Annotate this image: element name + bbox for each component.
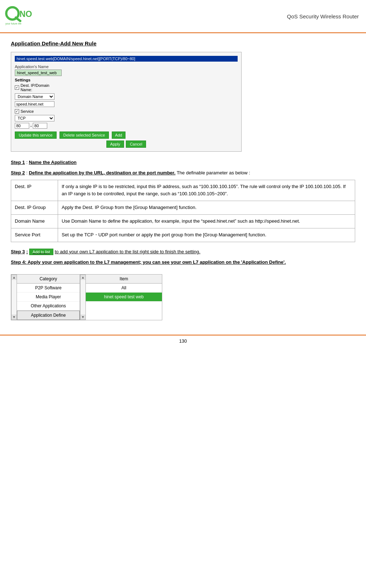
protocol-dropdown[interactable]: TCP <box>15 115 54 121</box>
item-cell[interactable]: hinet speed test web <box>86 293 162 302</box>
table-row: Service PortSet up the TCP・UDP port numb… <box>11 228 355 242</box>
item-scroll-up-arrow[interactable]: ▲ <box>81 275 85 280</box>
cat-item-container: ▲ ▼ Category P2P SoftwareMedia PlayerOth… <box>11 271 355 320</box>
item-cell[interactable]: All <box>86 284 162 293</box>
ui-mockup: hinet.speed.test.web[DOMAIN/speed.hinet.… <box>11 52 242 152</box>
step2-text: Step 2 : Define the application by the U… <box>11 169 355 177</box>
dest-label: Dest. IP/Domain Name: <box>21 83 62 92</box>
category-header: Category <box>17 275 80 284</box>
step4-label: Step 4: <box>11 259 26 265</box>
step1-label: Step 1 <box>11 160 25 165</box>
step2-colon: : <box>26 170 28 175</box>
scroll-down-arrow[interactable]: ▼ <box>12 315 17 320</box>
category-column: Category P2P SoftwareMedia PlayerOther A… <box>17 275 80 320</box>
table-row: Domain NameUse Domain Name to define the… <box>11 214 355 228</box>
table-cell-col1: Service Port <box>11 228 58 242</box>
update-service-button[interactable]: Update this service <box>15 132 57 139</box>
cat-item-panel: ▲ ▼ Category P2P SoftwareMedia PlayerOth… <box>11 274 162 320</box>
step2-suffix: The definable parameter as below : <box>177 170 250 175</box>
info-table: Dest. IPIf only a single IP is to be res… <box>11 180 355 242</box>
domain-dropdown[interactable]: Domain Name <box>15 93 54 100</box>
step3-description: to add your own L7 application to the li… <box>55 248 200 256</box>
main-content: Application Define-Add New Rule hinet.sp… <box>0 33 366 328</box>
item-column: Item Allhinet speed test web <box>86 275 162 320</box>
step1-description: Name the Application <box>29 160 76 165</box>
item-scrollbar-area: ▲ ▼ <box>80 275 86 320</box>
dest-checkbox-row: ✓ Dest. IP/Domain Name: <box>15 83 62 92</box>
table-row: Dest. IPIf only a single IP is to be res… <box>11 180 355 201</box>
apply-cancel-row: Apply Cancel <box>15 141 238 148</box>
table-cell-col2: If only a single IP is to be restricted,… <box>58 180 355 201</box>
cat-scrollbar-area: ▲ ▼ <box>11 275 17 320</box>
step1-colon: : <box>26 160 28 165</box>
qno-logo: NO your future life <box>4 4 32 29</box>
scroll-up-arrow[interactable]: ▲ <box>12 275 17 280</box>
logo-area: NO your future life <box>4 4 32 29</box>
app-name-label: Application's Name <box>15 64 62 69</box>
port-to-input[interactable] <box>33 123 47 129</box>
cat-scrollbar[interactable]: ▲ ▼ <box>11 275 17 320</box>
mockup-left-panel: Application's Name hinet_speed_test_web … <box>15 64 62 129</box>
scroll-track <box>12 280 17 315</box>
app-name-input[interactable]: hinet_speed_test_web <box>15 70 62 76</box>
svg-text:NO: NO <box>19 9 32 19</box>
item-scrollbar[interactable]: ▲ ▼ <box>80 275 86 320</box>
step1-text: Step 1 : Name the Application <box>11 159 355 166</box>
port-range-separator: - <box>30 123 32 129</box>
apply-button[interactable]: Apply <box>106 141 124 148</box>
table-cell-col1: Dest. IP Group <box>11 201 58 215</box>
category-item[interactable]: Other Applications <box>17 302 80 311</box>
mockup-layout: Application's Name hinet_speed_test_web … <box>15 64 238 129</box>
step4-text: Step 4: Apply your own application to th… <box>11 259 355 266</box>
item-header: Item <box>86 275 162 284</box>
port-from-input[interactable] <box>15 123 29 129</box>
table-cell-col2: Set up the TCP・UDP port number or apply … <box>58 228 355 242</box>
page-header: NO your future life QoS Security Wireles… <box>0 0 366 33</box>
cancel-button[interactable]: Cancel <box>126 141 146 148</box>
step3-row: Step 3 : Add to list to add your own L7 … <box>11 248 355 256</box>
service-label: Service <box>21 109 34 113</box>
table-cell-col1: Domain Name <box>11 214 58 228</box>
add-to-list-button[interactable]: Add to list <box>29 249 53 255</box>
category-item[interactable]: P2P Software <box>17 284 80 293</box>
page-footer: 130 <box>0 335 366 347</box>
header-title: QoS Security Wireless Router <box>287 13 359 19</box>
table-row: Dest. IP GroupApply the Dest. IP Group f… <box>11 201 355 215</box>
item-scroll-down-arrow[interactable]: ▼ <box>81 315 85 320</box>
delete-service-button[interactable]: Delete selected Service <box>59 132 109 139</box>
item-scroll-track <box>80 280 85 315</box>
table-cell-col2: Apply the Dest. IP Group from the [Group… <box>58 201 355 215</box>
step2-label: Step 2 <box>11 170 25 175</box>
service-checkbox[interactable]: ✓ <box>15 109 19 113</box>
page-number: 130 <box>179 338 187 344</box>
step3-label: Step 3 <box>11 248 25 256</box>
selected-bar: hinet.speed.test.web[DOMAIN/speed.hinet.… <box>15 56 238 62</box>
step3-colon: : <box>26 248 28 256</box>
category-item[interactable]: Application Define <box>17 311 80 320</box>
service-checkbox-row: ✓ Service <box>15 109 62 113</box>
category-item[interactable]: Media Player <box>17 293 80 302</box>
add-button[interactable]: Add <box>112 132 125 139</box>
mockup-buttons-row: Update this service Delete selected Serv… <box>15 132 238 139</box>
dest-checkbox[interactable]: ✓ <box>15 85 19 90</box>
mockup-right-panel <box>65 64 238 129</box>
section-title: Application Define-Add New Rule <box>11 40 355 46</box>
settings-label: Settings <box>15 78 62 82</box>
svg-text:your future life: your future life <box>5 22 21 25</box>
port-range-row: - <box>15 123 62 129</box>
domain-input[interactable] <box>15 101 54 107</box>
table-cell-col1: Dest. IP <box>11 180 58 201</box>
step4-description: Apply your own application to the L7 man… <box>27 259 286 265</box>
step2-description: Define the application by the URL, desti… <box>29 170 176 175</box>
table-cell-col2: Use Domain Name to define the applicatio… <box>58 214 355 228</box>
